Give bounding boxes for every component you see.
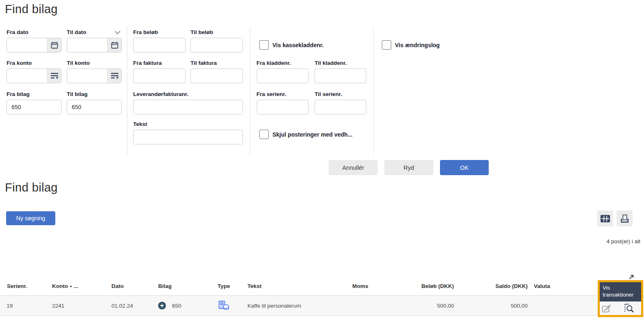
print-button[interactable] xyxy=(617,210,633,226)
table-row[interactable]: 19 2241 01.02.24 650 Kaffe til personale… xyxy=(0,295,644,316)
edit-entry-icon[interactable] xyxy=(602,304,612,313)
results-panel-title: Find bilag xyxy=(5,181,58,194)
calendar-icon[interactable] xyxy=(47,38,61,52)
fra-faktura-field xyxy=(133,69,186,83)
fra-bilag-field xyxy=(7,100,61,114)
fra-faktura-label: Fra faktura xyxy=(133,60,162,66)
cell-serienr: 19 xyxy=(7,303,13,309)
leverandorfakturanr-label: Leverandørfakturanr. xyxy=(133,91,188,97)
ny-sogning-button[interactable]: Ny søgning xyxy=(6,211,55,225)
fra-dato-input[interactable] xyxy=(7,38,47,52)
account-list-icon[interactable] xyxy=(47,69,61,83)
fra-serienr-field xyxy=(257,100,308,114)
view-transactions-icon[interactable] xyxy=(624,304,634,313)
col-belob[interactable]: Beløb (DKK) xyxy=(405,283,454,289)
col-konto[interactable]: Konto ▲ ... xyxy=(52,283,78,289)
fra-bilag-input[interactable] xyxy=(7,100,61,114)
find-bilag-screen: Find bilag Fra dato Til dato Fra beløb T… xyxy=(0,0,644,322)
fra-konto-field xyxy=(7,69,61,83)
col-konto-more[interactable]: ... xyxy=(74,283,78,289)
form-divider xyxy=(373,27,374,155)
fra-belob-label: Fra beløb xyxy=(133,29,158,35)
vis-aendringslog-checkbox[interactable]: Vis ændringslog xyxy=(382,40,440,50)
til-dato-input[interactable] xyxy=(67,38,107,52)
col-konto-label: Konto xyxy=(52,283,68,289)
til-belob-input[interactable] xyxy=(191,38,243,52)
checkbox-box[interactable] xyxy=(259,40,269,50)
vis-kassekladdenr-checkbox[interactable]: Vis kassekladdenr. xyxy=(259,40,324,50)
cell-tekst: Kaffe til personalerum xyxy=(247,303,301,309)
col-valuta[interactable]: Valuta xyxy=(534,283,550,289)
leverandorfakturanr-input[interactable] xyxy=(134,100,243,114)
sort-asc-icon: ▲ xyxy=(69,284,73,288)
leverandorfakturanr-field xyxy=(133,100,243,114)
til-belob-label: Til beløb xyxy=(190,29,213,35)
til-faktura-label: Til faktura xyxy=(190,60,217,66)
til-faktura-input[interactable] xyxy=(191,69,243,83)
til-serienr-input[interactable] xyxy=(315,100,366,114)
cell-bilag: 650 xyxy=(172,303,181,309)
col-saldo[interactable]: Saldo (DKK) xyxy=(478,283,528,289)
col-bilag[interactable]: Bilag xyxy=(158,283,172,289)
til-kladdenr-input[interactable] xyxy=(315,69,366,83)
til-belob-field xyxy=(190,38,243,53)
ryd-button[interactable]: Ryd xyxy=(384,160,433,175)
til-serienr-field xyxy=(315,100,366,114)
til-bilag-field xyxy=(67,100,122,114)
col-moms[interactable]: Moms xyxy=(352,283,368,289)
fra-belob-input[interactable] xyxy=(134,38,185,52)
print-icon xyxy=(620,214,629,223)
cell-saldo: 500,00 xyxy=(478,303,528,309)
table-view-button[interactable] xyxy=(597,210,613,226)
fra-belob-field xyxy=(133,38,186,53)
highlight-box: Vis transaktioner xyxy=(598,280,643,317)
form-divider xyxy=(127,27,127,155)
result-count: 4 post(er) i alt xyxy=(558,238,640,244)
calendar-icon[interactable] xyxy=(107,38,121,52)
fra-faktura-input[interactable] xyxy=(134,69,185,83)
skjul-posteringer-checkbox[interactable]: Skjul posteringer med vedh... xyxy=(259,130,352,139)
chevron-down-icon[interactable] xyxy=(114,30,121,35)
tekst-input[interactable] xyxy=(134,130,243,144)
fra-kladdenr-input[interactable] xyxy=(257,69,308,83)
fra-serienr-label: Fra serienr. xyxy=(256,91,286,97)
table-grid-icon xyxy=(601,215,610,222)
checkbox-box[interactable] xyxy=(382,40,391,50)
til-dato-field xyxy=(67,38,122,53)
mouse-cursor-icon xyxy=(628,274,635,280)
fra-kladdenr-field xyxy=(257,69,308,83)
col-serienr[interactable]: Serienr. xyxy=(7,283,27,289)
fra-bilag-label: Fra bilag xyxy=(7,91,29,97)
tekst-field xyxy=(133,130,243,144)
til-serienr-label: Til serienr. xyxy=(315,91,342,97)
posting-type-icon[interactable] xyxy=(218,301,229,311)
til-konto-input[interactable] xyxy=(67,69,107,83)
vis-kassekladdenr-label: Vis kassekladdenr. xyxy=(272,42,324,48)
annuller-button[interactable]: Annullér xyxy=(329,160,378,175)
vis-transaktioner-tooltip: Vis transaktioner xyxy=(600,282,641,301)
ok-button[interactable]: OK xyxy=(440,160,489,175)
tekst-label: Tekst xyxy=(133,121,147,127)
col-type[interactable]: Type xyxy=(218,283,230,289)
til-bilag-input[interactable] xyxy=(67,100,121,114)
cell-konto: 2241 xyxy=(52,303,64,309)
til-faktura-field xyxy=(190,69,243,83)
checkbox-box[interactable] xyxy=(259,130,269,139)
fra-dato-label: Fra dato xyxy=(7,29,28,35)
cell-dato: 01.02.24 xyxy=(111,303,133,309)
til-kladdenr-field xyxy=(315,69,366,83)
fra-serienr-input[interactable] xyxy=(257,100,308,114)
til-konto-label: Til konto xyxy=(67,60,90,66)
account-list-icon[interactable] xyxy=(107,69,121,83)
expand-plus-icon[interactable] xyxy=(158,302,166,310)
til-dato-label: Til dato xyxy=(67,29,86,35)
fra-konto-input[interactable] xyxy=(7,69,47,83)
col-tekst[interactable]: Tekst xyxy=(247,283,261,289)
search-panel-title: Find bilag xyxy=(5,2,58,16)
til-kladdenr-label: Til kladdenr. xyxy=(315,60,347,66)
til-bilag-label: Til bilag xyxy=(67,91,88,97)
fra-konto-label: Fra konto xyxy=(7,60,32,66)
form-divider xyxy=(250,27,250,155)
cell-belob: 500,00 xyxy=(405,303,454,309)
col-dato[interactable]: Dato xyxy=(111,283,124,289)
